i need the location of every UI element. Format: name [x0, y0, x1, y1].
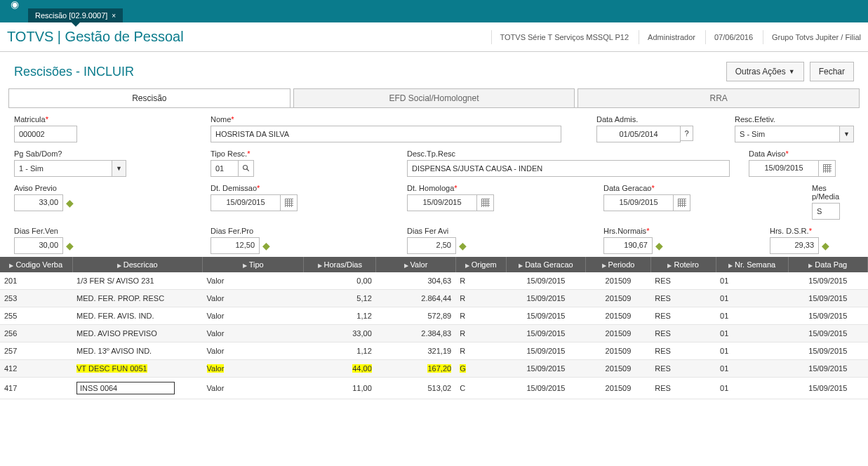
cell-descricao: MED. AVISO PREVISO [72, 325, 202, 342]
hrs-normais-label: Hrs.Normais* [603, 227, 688, 235]
cell-descricao: INSS 0064 [72, 378, 202, 399]
cell-data-geracao: 15/09/2015 [506, 378, 585, 399]
sort-icon: ▶ [667, 262, 672, 269]
sort-icon: ▶ [519, 262, 523, 269]
col-nr-semana[interactable]: ▶Nr. Semana [716, 257, 788, 272]
sort-icon: ▶ [117, 262, 121, 269]
back-icon[interactable]: ◉ [11, 0, 19, 10]
col-origem[interactable]: ▶Origem [455, 257, 506, 272]
cell-periodo: 201509 [586, 342, 651, 360]
cell-codigo: 253 [0, 290, 72, 307]
cell-data-pag: 15/09/2015 [788, 378, 867, 399]
table-row[interactable]: 257 MED. 13º AVISO IND. Valor 1,12 321,1… [0, 342, 868, 360]
table-row[interactable]: 256 MED. AVISO PREVISO Valor 33,00 2.384… [0, 325, 868, 342]
spinner-icon[interactable]: ◆ [655, 240, 663, 251]
col-horas-dias[interactable]: ▶Horas/Dias [304, 257, 376, 272]
cell-origem: G [455, 360, 506, 378]
tipo-resc-field[interactable]: 01 [211, 160, 239, 177]
date-info: 07/06/2016 [705, 30, 753, 44]
cell-nr-semana: 01 [716, 360, 788, 378]
sort-icon: ▶ [602, 262, 606, 269]
close-icon[interactable]: × [112, 12, 116, 20]
spinner-icon[interactable]: ◆ [66, 197, 74, 208]
table-header-row: ▶Codigo Verba ▶Descricao ▶Tipo ▶Horas/Di… [0, 257, 868, 272]
cell-origem: R [455, 272, 506, 290]
cell-periodo: 201509 [586, 378, 651, 399]
nome-field[interactable]: HOSRISTA DA SILVA [211, 126, 561, 142]
cell-valor: 513,02 [376, 378, 455, 399]
cell-roteiro: RES [650, 325, 716, 342]
data-admis-help-button[interactable]: ? [681, 126, 693, 141]
table-row[interactable]: 255 MED. FER. AVIS. IND. Valor 1,12 572,… [0, 307, 868, 325]
cell-data-geracao: 15/09/2015 [506, 325, 585, 342]
window-tab[interactable]: Rescisão [02.9.0007] × [28, 8, 123, 22]
pg-sab-dropdown-icon[interactable]: ▼ [112, 160, 126, 177]
resc-efetiv-dropdown-icon[interactable]: ▼ [840, 126, 854, 142]
data-geracao-field[interactable]: 15/09/2015 [603, 194, 674, 211]
dt-homologa-label: Dt. Homologa* [407, 184, 519, 192]
col-data-pag[interactable]: ▶Data Pag [788, 257, 867, 272]
dias-fer-pro-label: Dias Fer.Pro [211, 227, 295, 235]
col-roteiro[interactable]: ▶Roteiro [650, 257, 716, 272]
col-periodo[interactable]: ▶Periodo [586, 257, 651, 272]
cell-codigo: 255 [0, 307, 72, 325]
tab-rra[interactable]: RRA [577, 88, 860, 107]
data-admis-field[interactable]: 01/05/2014 [596, 126, 681, 142]
data-geracao-label: Data Geracao* [603, 184, 716, 192]
hrs-dsr-field[interactable]: 29,33 [770, 237, 819, 254]
cell-origem: R [455, 342, 506, 360]
verbas-table: ▶Codigo Verba ▶Descricao ▶Tipo ▶Horas/Di… [0, 257, 868, 399]
matricula-field[interactable]: 000002 [14, 126, 77, 142]
data-geracao-calendar-button[interactable] [674, 194, 690, 211]
cell-horas-dias: 0,00 [304, 272, 376, 290]
data-aviso-field[interactable]: 15/09/2015 [749, 160, 819, 177]
hrs-normais-field[interactable]: 190,67 [603, 237, 653, 254]
table-row[interactable]: 417 INSS 0064 Valor 11,00 513,02 C 15/09… [0, 378, 868, 399]
cell-horas-dias: 1,12 [304, 342, 376, 360]
tab-efd[interactable]: EFD Social/Homolognet [293, 88, 575, 107]
spinner-icon[interactable]: ◆ [66, 240, 74, 251]
mes-media-field[interactable]: S [812, 203, 840, 220]
col-data-geracao[interactable]: ▶Data Geracao [506, 257, 585, 272]
table-row[interactable]: 412 VT DESC FUN 0051 Valor 44,00 167,20 … [0, 360, 868, 378]
cell-horas-dias: 33,00 [304, 325, 376, 342]
pg-sab-field[interactable]: 1 - Sim [14, 160, 112, 177]
cell-periodo: 201509 [586, 325, 651, 342]
spinner-icon[interactable]: ◆ [459, 240, 467, 251]
other-actions-button[interactable]: Outras Ações ▼ [726, 62, 804, 81]
dias-fer-avi-field[interactable]: 2,50 [407, 237, 456, 254]
dt-homologa-field[interactable]: 15/09/2015 [407, 194, 477, 211]
cell-periodo: 201509 [586, 307, 651, 325]
cell-nr-semana: 01 [716, 272, 788, 290]
table-row[interactable]: 201 1/3 FER S/ AVISO 231 Valor 0,00 304,… [0, 272, 868, 290]
cell-descricao: 1/3 FER S/ AVISO 231 [72, 272, 202, 290]
cell-valor: 167,20 [376, 360, 455, 378]
cell-valor: 572,89 [376, 307, 455, 325]
close-button[interactable]: Fechar [810, 62, 854, 81]
table-row[interactable]: 253 MED. FER. PROP. RESC Valor 5,12 2.86… [0, 290, 868, 307]
sort-icon: ▶ [808, 262, 813, 269]
dias-fer-ven-field[interactable]: 30,00 [14, 237, 63, 254]
product-info: TOTVS Série T Serviços MSSQL P12 [491, 30, 629, 44]
dt-demissao-calendar-button[interactable] [281, 194, 298, 211]
tab-rescisao[interactable]: Rescisão [8, 88, 291, 107]
aviso-previo-field[interactable]: 33,00 [14, 194, 63, 211]
dt-homologa-calendar-button[interactable] [477, 194, 494, 211]
col-codigo-verba[interactable]: ▶Codigo Verba [0, 257, 72, 272]
dt-demissao-field[interactable]: 15/09/2015 [211, 194, 281, 211]
sort-icon: ▶ [728, 262, 733, 269]
tipo-resc-lookup-button[interactable] [239, 160, 254, 177]
data-aviso-calendar-button[interactable] [819, 160, 836, 177]
dias-fer-pro-field[interactable]: 12,50 [211, 237, 260, 254]
spinner-icon[interactable]: ◆ [822, 240, 829, 251]
cell-valor: 304,63 [376, 272, 455, 290]
resc-efetiv-field[interactable]: S - Sim [735, 126, 840, 142]
cell-roteiro: RES [650, 378, 716, 399]
cell-nr-semana: 01 [716, 342, 788, 360]
col-valor[interactable]: ▶Valor [376, 257, 455, 272]
col-tipo[interactable]: ▶Tipo [203, 257, 304, 272]
cell-horas-dias: 44,00 [304, 360, 376, 378]
col-descricao[interactable]: ▶Descricao [72, 257, 202, 272]
cell-data-pag: 15/09/2015 [788, 360, 867, 378]
spinner-icon[interactable]: ◆ [262, 240, 270, 251]
